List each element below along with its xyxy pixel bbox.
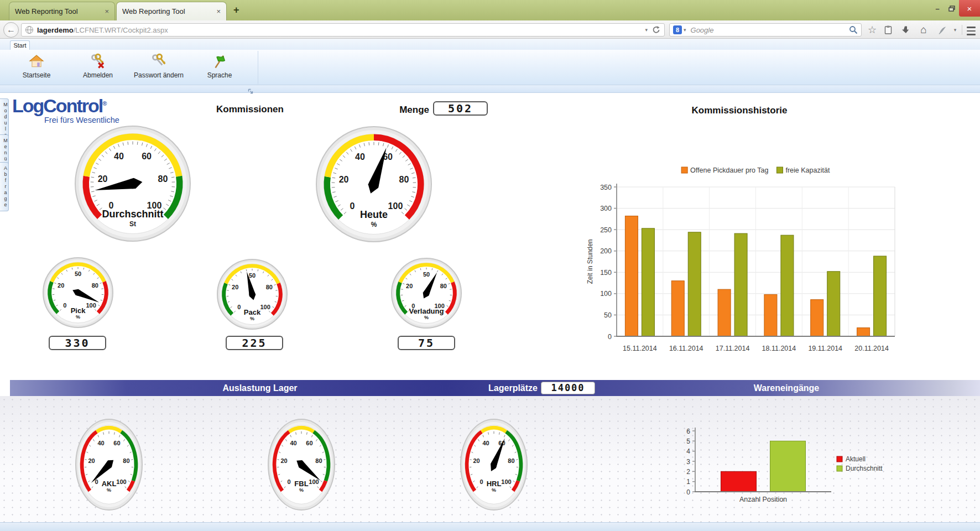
- svg-text:freie Kapazität: freie Kapazität: [785, 166, 830, 174]
- sprache-button[interactable]: Sprache: [192, 51, 247, 84]
- svg-text:100: 100: [86, 302, 96, 309]
- svg-text:60: 60: [113, 440, 120, 446]
- svg-text:1: 1: [686, 478, 690, 486]
- wareneingaenge-chart: 0123456Anzahl PositionAktuellDurchschnit…: [636, 426, 901, 509]
- svg-text:350: 350: [600, 184, 612, 191]
- svg-text:80: 80: [266, 284, 273, 290]
- svg-text:50: 50: [423, 271, 430, 278]
- passwort-aendern-button[interactable]: Passwort ändern: [132, 51, 186, 84]
- lagerplaetze-label: Lagerplätze: [460, 380, 538, 396]
- window-close-button[interactable]: ×: [959, 0, 980, 17]
- svg-text:19.11.2014: 19.11.2014: [808, 345, 842, 352]
- svg-text:40: 40: [114, 152, 124, 161]
- svg-text:50: 50: [75, 270, 81, 277]
- clipboard-icon[interactable]: [882, 23, 895, 37]
- svg-text:Durchschnitt: Durchschnitt: [846, 465, 883, 472]
- menu-hamburger-icon[interactable]: [965, 24, 978, 38]
- url-bar[interactable]: lagerdemo/LCFNET.WRT/Cockpit2.aspx ▾: [21, 23, 665, 37]
- svg-text:100: 100: [388, 201, 403, 211]
- svg-text:50: 50: [604, 311, 612, 319]
- ribbon-group-divider: [258, 51, 258, 84]
- svg-text:17.11.2014: 17.11.2014: [716, 345, 750, 352]
- reload-icon[interactable]: [652, 25, 661, 34]
- url-host: lagerdemo: [37, 26, 74, 34]
- window-minimize-button[interactable]: –: [930, 0, 945, 17]
- sidebar-tab-menue[interactable]: Menü: [0, 134, 9, 165]
- svg-text:6: 6: [686, 428, 690, 435]
- ribbon-button-label: Passwort ändern: [134, 71, 184, 79]
- web-reporting-tool-window: { "browser": { "tabs": [ {"title": "Web …: [0, 0, 980, 531]
- svg-text:80: 80: [315, 457, 322, 464]
- tab-close-icon[interactable]: ×: [216, 7, 221, 15]
- search-placeholder: Google: [691, 26, 849, 34]
- tab-close-icon[interactable]: ×: [105, 7, 109, 15]
- svg-text:150: 150: [600, 269, 612, 277]
- svg-text:Aktuell: Aktuell: [846, 455, 866, 463]
- home-icon[interactable]: ⌂: [917, 23, 930, 37]
- svg-text:80: 80: [440, 283, 447, 289]
- ribbon-button-label: Startseite: [23, 71, 51, 79]
- svg-text:20.11.2014: 20.11.2014: [854, 345, 889, 352]
- svg-text:0: 0: [287, 478, 290, 485]
- svg-text:Pack: Pack: [244, 308, 261, 316]
- svg-text:%: %: [492, 487, 496, 493]
- home-house-icon: [28, 51, 45, 71]
- downloads-icon[interactable]: [899, 23, 913, 37]
- svg-text:60: 60: [142, 152, 152, 161]
- browser-tab-2[interactable]: Web Reporting Tool ×: [116, 2, 227, 20]
- verladung-display: 75: [398, 336, 455, 350]
- search-engine-dropdown-icon[interactable]: ▾: [684, 27, 686, 33]
- svg-text:80: 80: [508, 457, 514, 464]
- tab-title: Web Reporting Tool: [122, 7, 212, 15]
- svg-text:100: 100: [260, 304, 270, 310]
- dialog-launcher-icon: [248, 88, 253, 94]
- verladung-gauge: 0205080100Verladung%: [390, 257, 462, 329]
- startseite-button[interactable]: Startseite: [9, 51, 64, 84]
- restore-icon: [948, 6, 955, 12]
- durchschnitt-gauge: 020406080100DurchschnittSt: [74, 125, 191, 242]
- new-tab-button[interactable]: +: [233, 4, 239, 16]
- ribbon-tab-start[interactable]: Start: [10, 40, 30, 50]
- search-bar[interactable]: 8 ▾ Google: [669, 23, 862, 37]
- svg-text:300: 300: [600, 205, 612, 212]
- globe-icon: [25, 25, 34, 34]
- svg-text:%: %: [299, 487, 304, 493]
- kommissionen-title: Kommissionen: [195, 104, 305, 115]
- url-dropdown-icon[interactable]: ▾: [645, 27, 648, 33]
- ribbon-dialog-launcher[interactable]: [248, 86, 253, 96]
- svg-text:%: %: [371, 221, 377, 228]
- svg-text:100: 100: [116, 478, 126, 485]
- search-engine-icon[interactable]: 8: [673, 25, 682, 34]
- kommissionshistorie-chart: 05010015020025030035015.11.201416.11.201…: [575, 160, 907, 360]
- svg-text:16.11.2014: 16.11.2014: [669, 345, 703, 352]
- hrl-gauge: 020406080100HRL%: [460, 418, 528, 511]
- toolbar-overflow-icon[interactable]: ▾: [951, 23, 959, 37]
- svg-text:100: 100: [309, 478, 319, 485]
- svg-text:Anzahl Position: Anzahl Position: [739, 496, 787, 503]
- svg-text:20: 20: [473, 457, 479, 464]
- ribbon-tab-row: [0, 39, 980, 50]
- abmelden-button[interactable]: Abmelden: [71, 51, 125, 84]
- auslastung-lager-title: Auslastung Lager: [195, 380, 325, 396]
- pick-display: 330: [49, 336, 106, 350]
- back-button[interactable]: ←: [3, 22, 19, 38]
- svg-text:Durchschnitt: Durchschnitt: [102, 209, 163, 220]
- svg-text:200: 200: [600, 247, 612, 255]
- logcontrol-logo: LogControl®: [12, 95, 107, 117]
- bookmark-star-icon[interactable]: ☆: [866, 23, 879, 37]
- sidebar-tab-abfrage[interactable]: Abfrage: [0, 162, 9, 211]
- quill-plugin-icon[interactable]: [936, 23, 949, 37]
- browser-tab-1[interactable]: Web Reporting Tool ×: [9, 2, 115, 20]
- svg-text:60: 60: [306, 440, 312, 446]
- menge-display: 502: [433, 101, 488, 116]
- window-restore-button[interactable]: [945, 0, 959, 17]
- svg-text:20: 20: [406, 283, 413, 289]
- svg-text:Zeit in Stunden: Zeit in Stunden: [586, 240, 594, 284]
- svg-text:80: 80: [92, 282, 98, 289]
- keys-icon: [150, 51, 167, 71]
- svg-text:0: 0: [686, 488, 690, 496]
- svg-text:0: 0: [237, 304, 241, 310]
- svg-text:40: 40: [355, 152, 365, 162]
- svg-text:15.11.2014: 15.11.2014: [623, 345, 657, 352]
- search-icon[interactable]: [849, 25, 858, 34]
